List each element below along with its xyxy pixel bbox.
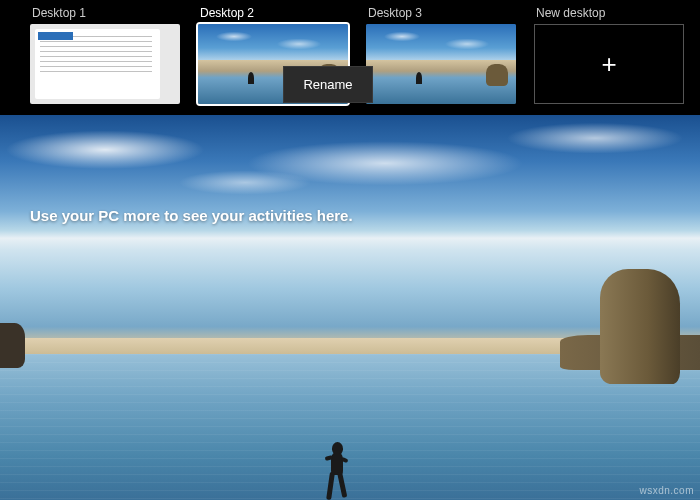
rename-menu-item[interactable]: Rename xyxy=(284,69,372,100)
new-desktop-item[interactable]: New desktop + xyxy=(534,6,684,104)
desktop-item-3[interactable]: Desktop 3 xyxy=(366,6,516,104)
desktop-label: Desktop 2 xyxy=(198,6,348,20)
watermark: wsxdn.com xyxy=(639,485,694,496)
plus-icon: + xyxy=(601,49,616,80)
wallpaper-rock-right xyxy=(600,269,680,384)
timeline-empty-message: Use your PC more to see your activities … xyxy=(30,207,353,224)
new-desktop-label: New desktop xyxy=(534,6,684,20)
desktop-label: Desktop 1 xyxy=(30,6,180,20)
desktop-thumbnail[interactable] xyxy=(366,24,516,104)
new-desktop-button[interactable]: + xyxy=(534,24,684,104)
context-menu: Rename xyxy=(283,66,373,103)
desktop-thumbnail[interactable] xyxy=(30,24,180,104)
wallpaper-runner xyxy=(322,442,352,500)
desktop-label: Desktop 3 xyxy=(366,6,516,20)
wallpaper-rock-left xyxy=(0,323,25,368)
timeline-area: Use your PC more to see your activities … xyxy=(0,115,700,500)
desktop-item-1[interactable]: Desktop 1 xyxy=(30,6,180,104)
